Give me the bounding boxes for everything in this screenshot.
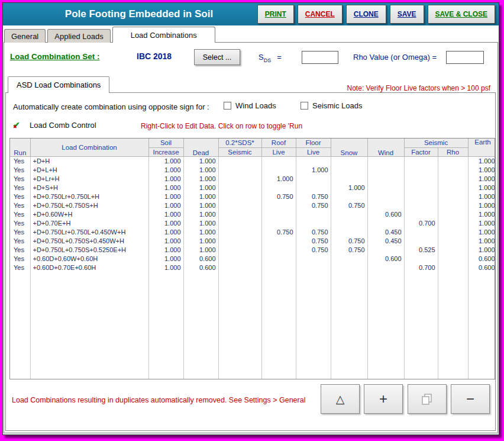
triangle-icon: △ (336, 394, 345, 405)
sds-input[interactable] (302, 51, 338, 64)
value-cell (367, 165, 404, 174)
tab-load-combinations[interactable]: Load Combinations (112, 27, 215, 43)
value-cell (331, 254, 367, 263)
add-row-button[interactable]: + (364, 384, 403, 414)
delete-row-button[interactable]: − (451, 384, 490, 414)
value-cell: 0.750 (331, 236, 367, 245)
floor-live-note: Note: Verify Floor Live factors when > 1… (347, 84, 490, 92)
combo-cell: +0.60D+0.60W+0.60H (30, 254, 148, 263)
main-tabbar: General Applied Loads Load Combinations (4, 27, 217, 43)
grid-header: Run Load Combination Soil Dead 0.2*SDS* … (10, 139, 495, 156)
value-cell (438, 263, 468, 272)
value-cell: 1.000 (183, 218, 218, 227)
value-cell (331, 210, 367, 218)
value-cell: 1.000 (183, 156, 218, 165)
expand-button[interactable]: △ (321, 384, 360, 414)
table-row[interactable]: Yes+D+0.60W+H1.0001.0000.6001.000 (10, 210, 495, 218)
table-row[interactable]: Yes+0.60D+0.70E+0.60H1.0000.6000.7000.60… (10, 263, 495, 272)
value-cell: 0.600 (183, 263, 218, 272)
load-combination-set-label[interactable]: Load Combination Set : (10, 52, 100, 61)
value-cell: 1.000 (331, 183, 367, 192)
wind-loads-checkbox-group[interactable]: Wind Loads (224, 101, 276, 110)
combo-cell: +D+0.750L+0.750S+0.5250E+H (30, 245, 148, 254)
value-cell (218, 254, 261, 263)
value-cell: 0.700 (404, 218, 438, 227)
value-cell: 1.000 (468, 236, 495, 245)
value-cell: 1.000 (183, 201, 218, 210)
value-cell (367, 183, 404, 192)
value-cell: 0.600 (468, 254, 495, 263)
tab-general[interactable]: General (4, 29, 46, 43)
table-row[interactable]: Yes+D+0.750Lr+0.750L+H1.0001.0000.7500.7… (10, 192, 495, 201)
value-cell: 1.000 (468, 218, 495, 227)
value-cell (404, 192, 438, 201)
value-cell: 1.000 (148, 254, 183, 263)
col-load-combination: Load Combination (30, 139, 148, 156)
value-cell (331, 165, 367, 174)
combo-cell: +D+0.60W+H (30, 210, 148, 218)
value-cell: 0.600 (367, 210, 404, 218)
value-cell: 0.700 (404, 263, 438, 272)
col-floor-live: Live (296, 147, 331, 156)
rho-input[interactable] (446, 51, 484, 64)
value-cell (404, 227, 438, 236)
value-cell (438, 245, 468, 254)
value-cell (438, 156, 468, 165)
table-row[interactable]: Yes+D+0.750L+0.750S+H1.0001.0000.7500.75… (10, 201, 495, 210)
table-row[interactable]: Yes+D+0.750L+0.750S+0.5250E+H1.0001.0000… (10, 245, 495, 254)
table-row[interactable]: Yes+D+S+H1.0001.0001.0001.000 (10, 183, 495, 192)
load-combinations-grid[interactable]: Run Load Combination Soil Dead 0.2*SDS* … (9, 138, 495, 379)
clone-button[interactable]: CLONE (346, 5, 386, 24)
value-cell (296, 254, 331, 263)
value-cell: 1.000 (183, 183, 218, 192)
table-row[interactable]: Yes+0.60D+0.60W+0.60H1.0000.6000.6000.60… (10, 254, 495, 263)
select-button[interactable]: Select ... (194, 49, 240, 65)
seismic-loads-checkbox[interactable] (301, 102, 308, 110)
col-seismic-rho: Rho (438, 147, 468, 156)
table-row[interactable]: Yes+D+Lr+H1.0001.0001.0001.000 (10, 174, 495, 183)
wind-loads-label: Wind Loads (235, 101, 276, 110)
value-cell: 1.000 (468, 227, 495, 236)
wind-loads-checkbox[interactable] (224, 102, 231, 110)
run-cell: Yes (10, 218, 30, 227)
table-row[interactable]: Yes+D+0.750L+0.750S+0.450W+H1.0001.0000.… (10, 236, 495, 245)
table-row[interactable]: Yes+D+0.70E+H1.0001.0000.7001.000 (10, 218, 495, 227)
combination-set-value: IBC 2018 (137, 51, 172, 61)
value-cell (261, 263, 296, 272)
value-cell: 1.000 (148, 201, 183, 210)
value-cell: 1.000 (468, 165, 495, 174)
value-cell: 1.000 (183, 165, 218, 174)
value-cell: 1.000 (148, 245, 183, 254)
combo-cell: +D+H (30, 156, 148, 165)
value-cell (218, 227, 261, 236)
seismic-loads-checkbox-group[interactable]: Seismic Loads (301, 101, 363, 110)
minus-icon: − (466, 392, 474, 406)
value-cell (218, 210, 261, 218)
value-cell: 1.000 (183, 245, 218, 254)
value-cell: 0.600 (468, 263, 495, 272)
run-cell: Yes (10, 254, 30, 263)
value-cell: 1.000 (183, 236, 218, 245)
tab-asd-load-combinations[interactable]: ASD Load Combinations (8, 76, 109, 93)
table-row[interactable]: Yes+D+L+H1.0001.0001.0001.000 (10, 165, 495, 174)
col-soil: Soil (148, 139, 183, 147)
run-cell: Yes (10, 156, 30, 165)
table-row[interactable]: Yes+D+0.750Lr+0.750L+0.450W+H1.0001.0000… (10, 227, 495, 236)
print-button[interactable]: PRINT (257, 5, 294, 24)
tab-applied-loads[interactable]: Applied Loads (47, 29, 110, 43)
value-cell (367, 263, 404, 272)
value-cell: 1.000 (183, 192, 218, 201)
value-cell: 1.000 (468, 192, 495, 201)
value-cell (404, 254, 438, 263)
save-button[interactable]: SAVE (390, 5, 424, 24)
combo-cell: +D+0.70E+H (30, 218, 148, 227)
col-earth: Earth (468, 139, 495, 156)
save-close-button[interactable]: SAVE & CLOSE (428, 5, 495, 24)
copy-row-button[interactable] (408, 384, 447, 414)
grid-body: Yes+D+H1.0001.0001.000Yes+D+L+H1.0001.00… (10, 156, 495, 379)
table-row[interactable]: Yes+D+H1.0001.0001.000 (10, 156, 495, 165)
plus-icon: + (379, 392, 387, 406)
value-cell (261, 254, 296, 263)
cancel-button[interactable]: CANCEL (298, 5, 343, 24)
value-cell: 1.000 (468, 183, 495, 192)
